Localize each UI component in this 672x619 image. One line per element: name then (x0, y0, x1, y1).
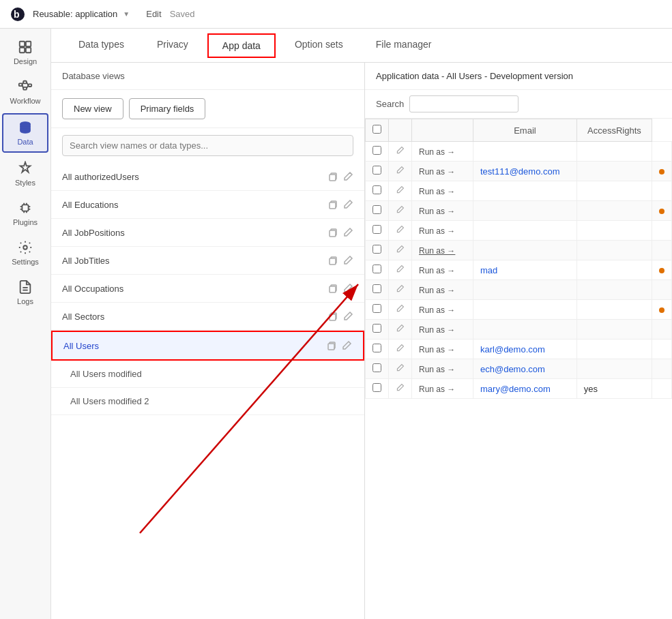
svg-rect-6 (19, 83, 23, 86)
view-item-all-users-modified-2[interactable]: All Users modified 2 (51, 388, 364, 415)
edit-row-icon[interactable] (396, 384, 405, 394)
edit-icon[interactable] (342, 171, 353, 182)
edit-row-icon[interactable] (396, 324, 405, 335)
edit-row-icon[interactable] (396, 226, 405, 236)
edit-icon[interactable] (341, 340, 352, 351)
sidebar-item-data[interactable]: Data (2, 113, 48, 153)
table-row: Run as → (366, 142, 672, 162)
view-item-all-authorized[interactable]: All authorizedUsers (51, 163, 364, 191)
copy-icon[interactable] (326, 340, 337, 351)
run-as-link[interactable]: Run as → (419, 226, 455, 236)
copy-icon[interactable] (327, 283, 338, 294)
run-as-link[interactable]: Run as → (419, 305, 455, 315)
row-email-cell: karl@demo.com (473, 339, 577, 359)
view-item-all-users-modified[interactable]: All Users modified (51, 361, 364, 388)
search-views-input[interactable] (62, 135, 353, 156)
sidebar-item-styles[interactable]: Styles (2, 155, 48, 192)
copy-icon[interactable] (327, 227, 338, 238)
edit-row-icon[interactable] (396, 166, 405, 177)
edit-icon[interactable] (342, 199, 353, 210)
dropdown-icon[interactable]: ▼ (123, 10, 130, 18)
run-as-link[interactable]: Run as → (419, 246, 455, 256)
tab-file-manager[interactable]: File manager (360, 31, 448, 60)
select-all-checkbox[interactable] (372, 125, 381, 134)
run-as-link[interactable]: Run as → (419, 325, 455, 335)
run-as-link[interactable]: Run as → (419, 286, 455, 295)
sidebar-item-plugins[interactable]: Plugins (2, 195, 48, 232)
edit-row-icon[interactable] (396, 206, 405, 216)
edit-icon[interactable] (342, 311, 353, 322)
tab-option-sets[interactable]: Option sets (278, 31, 360, 60)
row-checkbox[interactable] (372, 304, 381, 313)
row-dot-cell (652, 320, 672, 339)
edit-row-icon[interactable] (396, 147, 405, 157)
edit-row-icon[interactable] (396, 364, 405, 374)
copy-icon[interactable] (327, 171, 338, 182)
view-item-all-jobtitles[interactable]: All JobTitles (51, 247, 364, 275)
run-as-link[interactable]: Run as → (419, 167, 455, 177)
row-checkbox[interactable] (372, 344, 381, 352)
view-item-actions (327, 171, 353, 182)
edit-row-icon[interactable] (396, 186, 405, 196)
run-as-link[interactable]: Run as → (419, 147, 455, 157)
row-checkbox[interactable] (372, 383, 381, 392)
edit-label[interactable]: Edit (146, 9, 161, 19)
copy-icon[interactable] (327, 199, 338, 210)
tab-data-types[interactable]: Data types (62, 31, 141, 60)
edit-icon[interactable] (342, 283, 353, 294)
copy-icon[interactable] (327, 255, 338, 266)
sidebar-item-workflow[interactable]: Workflow (2, 74, 48, 110)
row-checkbox[interactable] (372, 146, 381, 155)
edit-row-icon[interactable] (396, 265, 405, 275)
run-as-link[interactable]: Run as → (419, 365, 455, 374)
tab-privacy[interactable]: Privacy (141, 31, 205, 60)
primary-fields-button[interactable]: Primary fields (129, 98, 206, 119)
row-run-as-cell: Run as → (412, 339, 473, 359)
row-edit-cell (389, 280, 412, 300)
sidebar-item-design[interactable]: Design (2, 34, 48, 71)
row-checkbox-cell (366, 181, 389, 201)
row-checkbox[interactable] (372, 205, 381, 214)
row-checkbox[interactable] (372, 225, 381, 234)
edit-icon[interactable] (342, 227, 353, 238)
run-as-link[interactable]: Run as → (419, 266, 455, 275)
edit-row-icon[interactable] (396, 245, 405, 256)
edit-row-icon[interactable] (396, 344, 405, 354)
row-checkbox[interactable] (372, 245, 381, 254)
logo[interactable]: b (8, 5, 27, 24)
row-access-cell (576, 181, 652, 201)
view-item-all-educations[interactable]: All Educations (51, 191, 364, 219)
copy-icon[interactable] (327, 311, 338, 322)
run-as-link[interactable]: Run as → (419, 345, 455, 354)
row-email-cell (473, 280, 577, 300)
col-checkbox (366, 119, 389, 142)
row-checkbox[interactable] (372, 284, 381, 293)
view-item-all-jobpositions[interactable]: All JobPositions (51, 219, 364, 247)
search-data-input[interactable] (409, 95, 518, 112)
sidebar-item-logs[interactable]: Logs (2, 274, 48, 311)
tab-app-data[interactable]: App data (207, 33, 276, 58)
view-item-all-sectors[interactable]: All Sectors (51, 303, 364, 331)
svg-rect-23 (330, 286, 336, 292)
run-as-link[interactable]: Run as → (419, 187, 455, 196)
row-checkbox[interactable] (372, 185, 381, 194)
run-as-link[interactable]: Run as → (419, 207, 455, 216)
row-edit-cell (389, 241, 412, 260)
view-item-all-users[interactable]: All Users (51, 331, 364, 361)
row-checkbox-cell (366, 221, 389, 241)
table-row: Run as → (366, 241, 672, 260)
new-view-button[interactable]: New view (62, 98, 123, 119)
row-checkbox[interactable] (372, 265, 381, 273)
table-row: Run as →mary@demo.comyes (366, 379, 672, 399)
edit-icon[interactable] (342, 255, 353, 266)
view-item-all-occupations[interactable]: All Occupations (51, 275, 364, 303)
row-email-cell: test111@demo.com (473, 162, 577, 181)
row-checkbox[interactable] (372, 324, 381, 333)
edit-row-icon[interactable] (396, 305, 405, 315)
row-checkbox[interactable] (372, 363, 381, 372)
sidebar-item-settings[interactable]: Settings (2, 235, 48, 271)
run-as-link[interactable]: Run as → (419, 384, 455, 394)
edit-row-icon[interactable] (396, 285, 405, 295)
row-checkbox[interactable] (372, 166, 381, 175)
row-email-cell (473, 221, 577, 241)
